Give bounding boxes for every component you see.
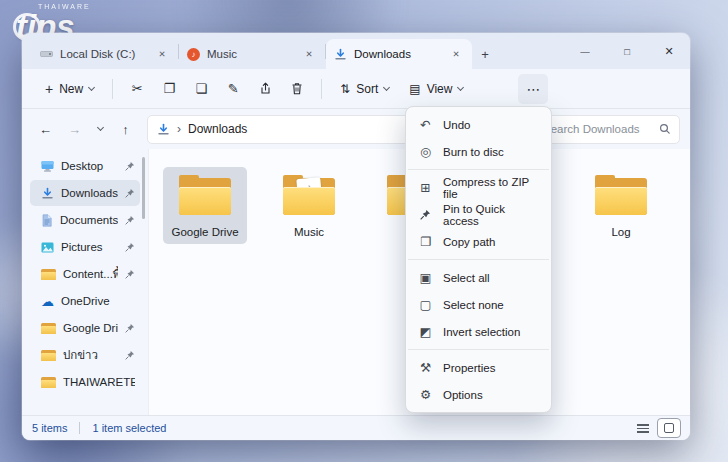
cut-button[interactable]: ✂ <box>122 74 152 104</box>
menu-item-copy-path[interactable]: ❐ Copy path <box>406 228 551 255</box>
back-button[interactable]: ← <box>32 116 59 143</box>
details-view-button[interactable] <box>632 419 654 437</box>
scrollbar-thumb[interactable] <box>142 157 145 219</box>
share-icon <box>259 82 272 95</box>
sidebar-item-downloads[interactable]: Downloads <box>30 180 140 206</box>
folder-icon <box>176 173 234 219</box>
search-box[interactable] <box>534 115 680 144</box>
delete-button[interactable] <box>282 74 312 104</box>
see-more-button[interactable]: ⋯ <box>518 74 548 104</box>
pin-icon <box>125 215 135 225</box>
view-button-label: View <box>427 82 453 96</box>
menu-item-select-all[interactable]: ▣ Select all <box>406 264 551 291</box>
download-icon <box>41 187 54 200</box>
music-folder-icon: ♪ <box>280 173 338 219</box>
content-area: Desktop Downloads Documents <box>22 149 690 415</box>
sidebar-item-google-drive[interactable]: Google Drive <box>30 315 140 341</box>
options-icon: ⚙ <box>418 387 433 402</box>
drive-icon <box>40 48 53 60</box>
file-label: Google Drive <box>171 226 238 239</box>
folder-icon <box>41 349 56 361</box>
tab-music[interactable]: ♪ Music ✕ <box>179 39 325 69</box>
tab-downloads[interactable]: Downloads ✕ <box>326 39 472 69</box>
sort-icon: ⇅ <box>340 82 350 96</box>
menu-item-pin-quick-access[interactable]: Pin to Quick access <box>406 201 551 228</box>
menu-item-undo[interactable]: ↶ Undo <box>406 111 551 138</box>
breadcrumb-segment[interactable]: Downloads <box>188 122 247 136</box>
copy-button[interactable]: ❐ <box>154 74 184 104</box>
sidebar-item-onedrive[interactable]: ☁ OneDrive <box>30 288 140 314</box>
chevron-down-icon <box>96 124 103 131</box>
file-tile-google-drive[interactable]: Google Drive <box>163 167 247 244</box>
tab-close-icon[interactable]: ✕ <box>154 46 170 62</box>
sidebar-item-label: Google Drive <box>63 322 118 334</box>
menu-item-properties[interactable]: ⚒ Properties <box>406 354 551 381</box>
menu-item-options[interactable]: ⚙ Options <box>406 381 551 408</box>
copy-path-icon: ❐ <box>418 234 433 249</box>
search-input[interactable] <box>543 123 653 135</box>
maximize-button[interactable]: □ <box>606 33 648 69</box>
share-button[interactable] <box>250 74 280 104</box>
minimize-button[interactable]: — <box>564 33 606 69</box>
items-count: 5 items <box>32 422 67 434</box>
menu-item-label: Copy path <box>443 236 495 248</box>
select-none-icon: ▢ <box>418 297 433 312</box>
sidebar-item-label: Downloads <box>61 187 118 199</box>
chevron-down-icon <box>88 83 95 90</box>
menu-item-label: Compress to ZIP file <box>443 176 539 200</box>
sidebar-item-thaiware[interactable]: THAIWARETE... <box>30 369 140 395</box>
sidebar-item-desktop[interactable]: Desktop <box>30 153 140 179</box>
sidebar-item-label: Documents <box>60 214 118 226</box>
tab-strip: Local Disk (C:) ✕ ♪ Music ✕ Downloads ✕ … <box>22 33 690 69</box>
tab-close-icon[interactable]: ✕ <box>301 46 317 62</box>
close-button[interactable]: ✕ <box>648 33 690 69</box>
menu-separator <box>408 349 549 350</box>
new-button[interactable]: + New <box>36 76 103 102</box>
menu-item-invert-selection[interactable]: ◩ Invert selection <box>406 318 551 345</box>
copy-icon: ❐ <box>163 81 175 96</box>
new-button-label: New <box>59 82 83 96</box>
file-label: Music <box>294 226 324 239</box>
sidebar-item-thai-folder[interactable]: ปกข่าว <box>30 342 140 368</box>
details-view-icon <box>637 424 649 433</box>
sidebar-item-pictures[interactable]: Pictures <box>30 234 140 260</box>
new-tab-button[interactable]: + <box>472 39 498 69</box>
window-controls: — □ ✕ <box>564 33 690 69</box>
view-button[interactable]: ▤ View <box>400 76 472 102</box>
view-icon: ▤ <box>409 82 420 96</box>
sidebar-item-documents[interactable]: Documents <box>30 207 140 233</box>
pictures-icon <box>41 242 54 253</box>
sidebar-item-label: Desktop <box>61 160 118 172</box>
properties-icon: ⚒ <box>418 360 433 375</box>
document-icon <box>41 214 53 227</box>
sidebar-item-content-folder[interactable]: Content...พื้น <box>30 261 140 287</box>
menu-item-select-none[interactable]: ▢ Select none <box>406 291 551 318</box>
pin-icon <box>125 188 135 198</box>
zip-icon: ⊞ <box>418 180 433 195</box>
select-all-icon: ▣ <box>418 270 433 285</box>
large-icons-view-icon <box>664 423 674 433</box>
rename-button[interactable]: ✎ <box>218 74 248 104</box>
file-label: Log <box>611 226 630 239</box>
file-tile-music[interactable]: ♪ Music <box>267 167 351 244</box>
paste-icon: ❏ <box>195 81 207 96</box>
plus-icon: + <box>45 82 53 96</box>
tab-close-icon[interactable]: ✕ <box>448 46 464 62</box>
menu-item-label: Undo <box>443 119 471 131</box>
download-icon <box>334 48 347 61</box>
window-body: + New ✂ ❐ ❏ ✎ <box>22 69 690 440</box>
up-button[interactable]: ↑ <box>112 116 139 143</box>
sidebar: Desktop Downloads Documents <box>22 149 140 415</box>
paste-button[interactable]: ❏ <box>186 74 216 104</box>
sidebar-item-label: Content...พื้น <box>63 265 118 283</box>
sidebar-scrollbar[interactable] <box>140 149 148 415</box>
tab-local-disk[interactable]: Local Disk (C:) ✕ <box>32 39 178 69</box>
file-explorer-window: Local Disk (C:) ✕ ♪ Music ✕ Downloads ✕ … <box>22 33 690 440</box>
menu-item-compress-zip[interactable]: ⊞ Compress to ZIP file <box>406 174 551 201</box>
sort-button[interactable]: ⇅ Sort <box>331 76 398 102</box>
menu-item-burn-to-disc[interactable]: ◎ Burn to disc <box>406 138 551 165</box>
large-icons-view-button[interactable] <box>658 419 680 437</box>
forward-button[interactable]: → <box>61 116 88 143</box>
recent-locations-button[interactable] <box>90 116 110 143</box>
file-tile-log[interactable]: Log <box>579 167 663 244</box>
